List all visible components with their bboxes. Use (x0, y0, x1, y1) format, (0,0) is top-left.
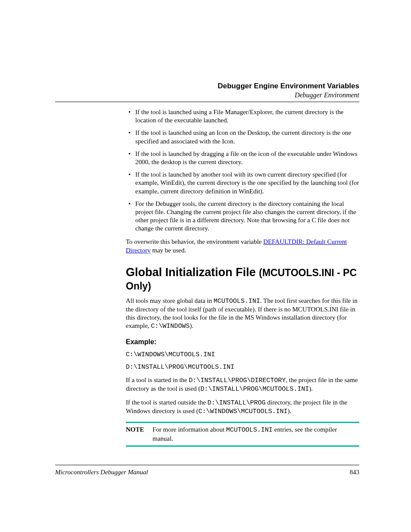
list-item: If the tool is launched by dragging a fi… (126, 150, 359, 166)
code-text: MCUTOOLS.INI (214, 298, 260, 305)
paragraph: If the tool is started outside the D:\IN… (126, 398, 359, 416)
text: All tools may store global data in (126, 297, 214, 304)
code-line: D:\INSTALL\PROG\MCUTOOLS.INI (126, 363, 359, 371)
note-text: For more information about MCUTOOLS.INI … (153, 426, 359, 443)
text: To overwrite this behavior, the environm… (126, 238, 263, 245)
header-rule (55, 102, 359, 102)
body-content: If the tool is launched using a File Man… (126, 108, 359, 447)
code-text: D:\INSTALL\PROG\MCUTOOLS.INI (200, 386, 309, 393)
list-item: For the Debugger tools, the current dire… (126, 200, 359, 233)
text: If the tool is started outside the (126, 399, 208, 406)
text: ). (288, 408, 292, 414)
page-number: 843 (350, 469, 360, 476)
running-header: Debugger Engine Environment Variables De… (55, 82, 359, 99)
section-heading: Global Initialization File (MCUTOOLS.INI… (126, 266, 359, 292)
text: If a tool is started in the (126, 376, 189, 383)
paragraph: If a tool is started in the D:\INSTALL\P… (126, 376, 359, 393)
code-line: C:\WINDOWS\MCUTOOLS.INI (126, 351, 359, 359)
footer-title: Microcontrollers Debugger Manual (55, 469, 148, 476)
example-heading: Example: (126, 338, 359, 346)
code-text: C:\WINDOWS (151, 323, 190, 330)
code-text: D:\INSTALL\PROG (208, 399, 266, 407)
text: may be used. (150, 247, 186, 254)
note-label: NOTE (126, 426, 153, 434)
text: ). (309, 385, 313, 392)
page: Debugger Engine Environment Variables De… (0, 0, 411, 532)
list-item: If the tool is launched by another tool … (126, 171, 359, 196)
code-text: D:\INSTALL\PROG\DIRECTORY (189, 377, 286, 384)
list-item: If the tool is launched using an Icon on… (126, 129, 359, 145)
note-box: NOTE For more information about MCUTOOLS… (126, 422, 359, 447)
footer-rule (55, 465, 359, 465)
code-text: MCUTOOLS.INI (226, 426, 273, 434)
overwrite-paragraph: To overwrite this behavior, the environm… (126, 238, 359, 254)
bullet-list: If the tool is launched using a File Man… (126, 108, 359, 233)
heading-main: Global Initialization File (126, 266, 259, 279)
header-subtitle: Debugger Environment (55, 91, 359, 99)
list-item: If the tool is launched using a File Man… (126, 108, 359, 124)
code-text: C:\WINDOWS\MCUTOOLS.INI (199, 408, 288, 415)
header-title: Debugger Engine Environment Variables (55, 82, 359, 90)
intro-paragraph: All tools may store global data in MCUTO… (126, 297, 359, 331)
page-footer: Microcontrollers Debugger Manual 843 (55, 465, 359, 476)
text: For more information about (153, 426, 226, 433)
text: ). (190, 322, 193, 329)
